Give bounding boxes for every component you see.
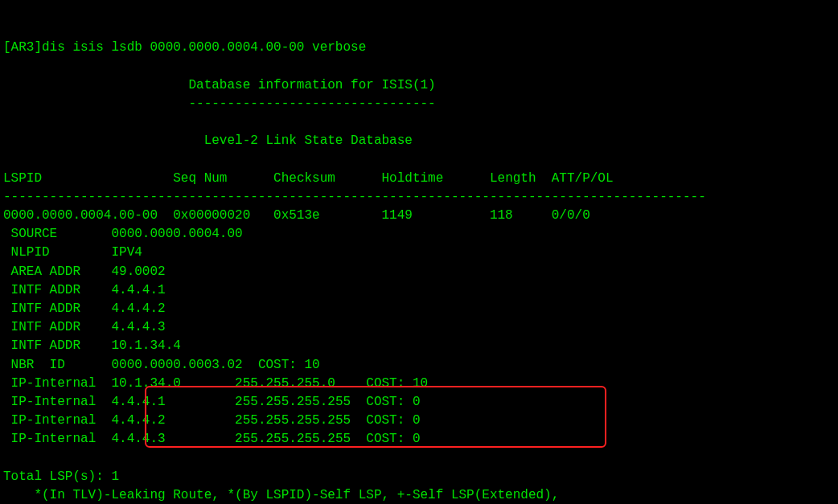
col-seqnum: Seq Num (173, 171, 227, 186)
ip-internal-2-ip: 4.4.4.2 (111, 413, 165, 428)
ip-internal-0-label: IP-Internal (11, 376, 97, 391)
db-info-underline: -------------------------------- (188, 96, 435, 111)
ip-internal-2-label: IP-Internal (11, 413, 97, 428)
field-nbr-label: NBR ID (11, 358, 65, 372)
ip-internal-1-cost: COST: 0 (366, 395, 420, 409)
row-length: 118 (490, 208, 513, 223)
field-source-label: SOURCE (11, 227, 58, 241)
db-info-title: Database information for ISIS(1) (188, 78, 435, 92)
field-intf3-label: INTF ADDR (11, 320, 80, 334)
field-intf1-label: INTF ADDR (11, 283, 80, 297)
field-source-value: 0000.0000.0004.00 (111, 227, 242, 241)
field-intf1-value: 4.4.4.1 (111, 283, 165, 297)
col-attpol: ATT/P/OL (552, 171, 614, 186)
field-areaaddr-label: AREA ADDR (11, 264, 80, 279)
command-line: [AR3]dis isis lsdb 0000.0000.0004.00-00 … (3, 40, 366, 55)
row-attpol: 0/0/0 (552, 208, 590, 223)
field-intf4-label: INTF ADDR (11, 338, 80, 353)
field-areaaddr-value: 49.0002 (111, 264, 165, 279)
ip-internal-2-mask: 255.255.255.255 (235, 413, 351, 428)
field-nlpid-label: NLPID (11, 245, 50, 260)
ip-internal-0-cost: COST: 10 (366, 376, 428, 391)
row-checksum: 0x513e (273, 208, 320, 223)
field-intf2-value: 4.4.4.2 (111, 301, 165, 316)
ip-internal-0-ip: 10.1.34.0 (111, 376, 180, 391)
ip-internal-3-cost: COST: 0 (366, 432, 420, 446)
separator: ----------------------------------------… (3, 190, 706, 204)
field-nbr-cost: COST: 10 (258, 358, 320, 372)
row-holdtime: 1149 (381, 208, 412, 223)
row-lspid: 0000.0000.0004.00-00 (3, 208, 158, 223)
total-lsps: Total LSP(s): 1 (3, 469, 119, 484)
col-lspid: LSPID (3, 171, 42, 186)
field-intf4-value: 10.1.34.4 (111, 338, 180, 353)
field-nlpid-value: IPV4 (111, 245, 142, 260)
field-intf2-label: INTF ADDR (11, 301, 80, 316)
ip-internal-1-label: IP-Internal (11, 395, 97, 409)
ip-internal-3-ip: 4.4.4.3 (111, 432, 165, 446)
col-checksum: Checksum (273, 171, 335, 186)
ip-internal-1-mask: 255.255.255.255 (235, 395, 351, 409)
field-intf3-value: 4.4.4.3 (111, 320, 165, 334)
level-title: Level-2 Link State Database (204, 133, 413, 148)
ip-internal-2-cost: COST: 0 (366, 413, 420, 428)
legend-1: *(In TLV)-Leaking Route, *(By LSPID)-Sel… (34, 488, 559, 502)
ip-internal-3-label: IP-Internal (11, 432, 97, 446)
terminal-output: [AR3]dis isis lsdb 0000.0000.0004.00-00 … (3, 20, 835, 504)
ip-internal-0-mask: 255.255.255.0 (235, 376, 335, 391)
field-nbr-value: 0000.0000.0003.02 (111, 358, 242, 372)
ip-internal-1-ip: 4.4.4.1 (111, 395, 165, 409)
ip-internal-3-mask: 255.255.255.255 (235, 432, 351, 446)
col-holdtime: Holdtime (382, 171, 444, 186)
col-length: Length (490, 171, 536, 186)
row-seqnum: 0x00000020 (173, 208, 250, 223)
